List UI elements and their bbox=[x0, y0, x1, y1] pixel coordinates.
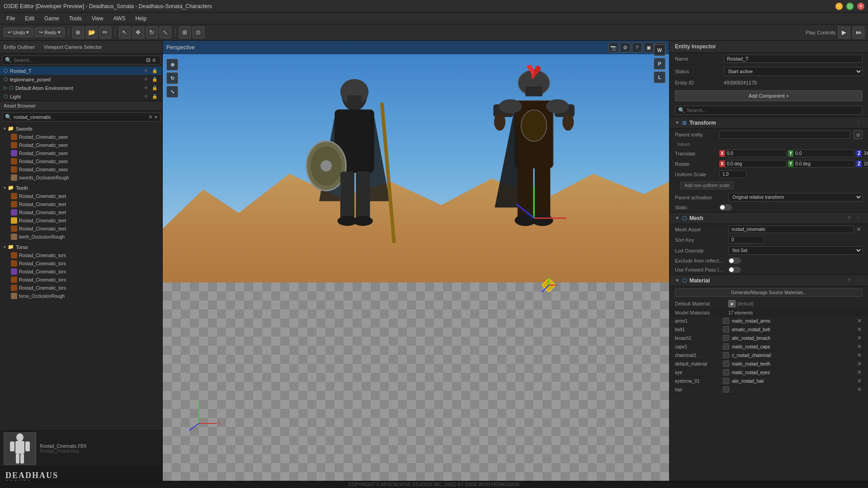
parent-activation-select[interactable]: Original relative transform Maintain wor… bbox=[728, 193, 863, 202]
asset-item[interactable]: Rostad_Cinematic_tors bbox=[0, 259, 162, 267]
asset-item[interactable]: Rostad_Cinematic_teet bbox=[0, 200, 162, 208]
mesh-asset-clear-btn[interactable]: ✕ bbox=[855, 226, 863, 233]
snap-button[interactable]: ⊞ bbox=[179, 27, 191, 38]
sort-icon[interactable]: ≡ bbox=[152, 57, 156, 63]
mesh-help-btn[interactable]: ? bbox=[846, 215, 852, 221]
inspector-search-input[interactable] bbox=[687, 108, 859, 113]
asset-item[interactable]: Rostad_Cinematic_teet bbox=[0, 192, 162, 200]
uniform-scale-input[interactable] bbox=[719, 170, 746, 178]
viewport-help-btn[interactable]: ? bbox=[632, 42, 642, 52]
pencil-button[interactable]: ✏ bbox=[99, 27, 111, 38]
asset-item[interactable]: Rostad_Cinematic_tors bbox=[0, 276, 162, 284]
mat-remove-button[interactable]: ✕ bbox=[856, 361, 863, 367]
redo-button[interactable]: ↪ Redo ▾ bbox=[35, 28, 64, 37]
status-select[interactable]: Start active Start inactive bbox=[724, 67, 863, 76]
asset-item[interactable]: Rostad_Cinematic_swor bbox=[0, 149, 162, 157]
parent-entity-pick-btn[interactable]: ⊙ bbox=[854, 130, 863, 139]
minimize-button[interactable]: ─ bbox=[835, 3, 843, 10]
menu-aws[interactable]: AWS bbox=[109, 14, 130, 23]
undo-button[interactable]: ↩ Undo ▾ bbox=[4, 28, 33, 37]
filter-icon[interactable]: ⊟ bbox=[146, 57, 151, 63]
entity-visibility-icon[interactable]: 👁 bbox=[142, 76, 150, 82]
mesh-asset-input[interactable] bbox=[728, 225, 854, 233]
asset-group-torso-header[interactable]: ▾ 📁 Torso bbox=[0, 243, 162, 251]
entity-lock-icon[interactable]: 🔒 bbox=[151, 68, 159, 74]
select-button[interactable]: ↖ bbox=[119, 27, 131, 38]
rotate-gizmo-btn[interactable]: ↻ bbox=[166, 72, 178, 84]
play-next-button[interactable]: ⏭ bbox=[853, 27, 864, 38]
menu-tools[interactable]: Tools bbox=[65, 14, 86, 23]
viewport-camera-selector[interactable]: Viewport Camera Selector bbox=[38, 42, 107, 52]
asset-item[interactable]: Rostad_Cinematic_tors bbox=[0, 251, 162, 259]
rotate-z-input[interactable] bbox=[862, 160, 868, 168]
menu-edit[interactable]: Edit bbox=[20, 14, 39, 23]
menu-help[interactable]: Help bbox=[131, 14, 151, 23]
static-toggle[interactable] bbox=[719, 204, 732, 211]
viewport-camera-btn[interactable]: 📷 bbox=[609, 42, 618, 52]
parent-entity-input[interactable] bbox=[719, 131, 850, 139]
camera-button[interactable]: ⊙ bbox=[193, 27, 204, 38]
viewport-settings-btn[interactable]: ⚙ bbox=[620, 42, 630, 52]
asset-item[interactable]: swords_OcclusionRough bbox=[0, 174, 162, 182]
translate-x-input[interactable] bbox=[725, 150, 787, 157]
manage-materials-button[interactable]: Generate/Manage Source Materials... bbox=[675, 288, 863, 297]
entity-lock-icon[interactable]: 🔒 bbox=[151, 85, 159, 91]
asset-item[interactable]: Rostad_Cinematic_swor bbox=[0, 165, 162, 174]
entity-item-light[interactable]: ⬡ Light 👁 🔒 bbox=[0, 92, 162, 101]
entity-item-legionnaire[interactable]: ⬡ legionnaire_posed 👁 🔒 bbox=[0, 75, 162, 84]
viewport[interactable]: Perspective 📷 ⚙ ? ▣ ⋮ bbox=[163, 41, 669, 488]
mat-remove-button[interactable]: ✕ bbox=[856, 352, 863, 358]
asset-item[interactable]: Rostad_Cinematic_teet bbox=[0, 208, 162, 216]
asset-item[interactable]: Rostad_Cinematic_tors bbox=[0, 284, 162, 292]
entity-visibility-icon[interactable]: 👁 bbox=[142, 68, 150, 74]
asset-group-swords-header[interactable]: ▾ 📁 Swords bbox=[0, 124, 162, 133]
sort-key-input[interactable] bbox=[728, 236, 764, 244]
asset-search-input[interactable] bbox=[14, 114, 146, 120]
asset-item[interactable]: torso_OcclusionRough bbox=[0, 292, 162, 300]
mat-remove-button[interactable]: ✕ bbox=[856, 318, 863, 324]
asset-item[interactable]: teeth_OcclusionRough bbox=[0, 233, 162, 241]
asset-group-teeth-header[interactable]: ▾ 📁 Teeth bbox=[0, 183, 162, 192]
orient-p-button[interactable]: P bbox=[654, 58, 665, 70]
filter-icon[interactable]: ▾ bbox=[155, 114, 157, 120]
asset-item[interactable]: Rostad_Cinematic_swor bbox=[0, 157, 162, 165]
asset-item[interactable]: Rostad_Cinematic_teet bbox=[0, 225, 162, 233]
scale-gizmo-btn[interactable]: ⤡ bbox=[166, 86, 178, 98]
maximize-button[interactable]: □ bbox=[846, 3, 854, 10]
rotate-button[interactable]: ↻ bbox=[146, 27, 158, 38]
open-button[interactable]: 📂 bbox=[86, 27, 98, 38]
orient-w-button[interactable]: W bbox=[654, 44, 665, 56]
mat-remove-button[interactable]: ✕ bbox=[856, 326, 863, 333]
transform-section-header[interactable]: ▼ ⊞ Transform ⋮ bbox=[670, 117, 868, 129]
asset-item[interactable]: Rostad_Cinematic_tors bbox=[0, 267, 162, 276]
rotate-x-input[interactable] bbox=[725, 160, 787, 168]
mat-remove-button[interactable]: ✕ bbox=[856, 386, 863, 393]
mesh-section-header[interactable]: ▼ ⬡ Mesh ? ⋮ bbox=[670, 212, 868, 224]
lod-override-select[interactable]: Not Set 0 1 2 bbox=[728, 246, 863, 255]
exclude-reflections-toggle[interactable] bbox=[728, 258, 741, 264]
mat-remove-button[interactable]: ✕ bbox=[856, 335, 863, 341]
entity-item-rostad-t[interactable]: ⬡ Rostad_T 👁 🔒 bbox=[0, 66, 162, 75]
viewport-display-btn[interactable]: ▣ bbox=[644, 42, 654, 52]
outliner-search-input[interactable] bbox=[14, 57, 142, 63]
rotate-y-input[interactable] bbox=[793, 160, 855, 168]
asset-item[interactable]: Rostad_Cinematic_swor bbox=[0, 133, 162, 141]
entity-lock-icon[interactable]: 🔒 bbox=[151, 94, 159, 99]
asset-item[interactable]: Rostad_Cinematic_teet bbox=[0, 216, 162, 225]
entity-visibility-icon[interactable]: 👁 bbox=[142, 94, 150, 99]
entity-lock-icon[interactable]: 🔒 bbox=[151, 76, 159, 82]
translate-z-input[interactable] bbox=[862, 150, 868, 157]
material-section-header[interactable]: ▼ ⬡ Material ? ⋮ bbox=[670, 274, 868, 286]
close-button[interactable]: ✕ bbox=[857, 3, 864, 10]
material-more-btn[interactable]: ⋮ bbox=[854, 277, 863, 284]
asset-item[interactable]: Rostad_Cinematic_swor bbox=[0, 141, 162, 149]
use-forward-toggle[interactable] bbox=[728, 267, 741, 273]
new-entity-button[interactable]: ⊕ bbox=[72, 27, 84, 38]
mat-remove-button[interactable]: ✕ bbox=[856, 343, 863, 350]
play-button[interactable]: ▶ bbox=[838, 27, 850, 38]
add-nonuniform-button[interactable]: Add non-uniform scale bbox=[680, 182, 734, 189]
mat-remove-button[interactable]: ✕ bbox=[856, 369, 863, 375]
entity-item-default-env[interactable]: ▷ ⬡ Default Atom Environment 👁 🔒 bbox=[0, 84, 162, 92]
mesh-more-btn[interactable]: ⋮ bbox=[854, 215, 863, 221]
add-component-button[interactable]: Add Component + bbox=[675, 90, 863, 101]
